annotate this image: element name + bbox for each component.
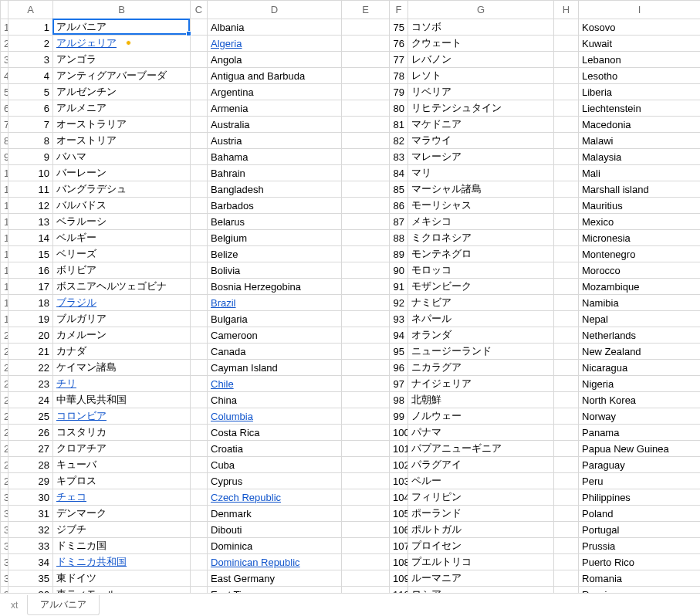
cell[interactable]: 11	[8, 181, 53, 198]
cell[interactable]	[554, 538, 579, 554]
cell[interactable]: 101	[390, 441, 408, 457]
cell[interactable]: ニュージーランド	[408, 344, 554, 360]
cell[interactable]: 20	[8, 327, 53, 344]
cell[interactable]: Cameroon	[208, 327, 342, 344]
cell[interactable]: 9	[8, 149, 53, 165]
cell[interactable]	[191, 214, 208, 230]
cell[interactable]: 79	[390, 84, 408, 100]
cell[interactable]: Nepal	[579, 311, 701, 327]
col-header-I[interactable]: I	[579, 1, 701, 19]
cell[interactable]	[191, 181, 208, 198]
cell[interactable]: ベラルーシ	[53, 214, 191, 230]
cell[interactable]: アルバニア	[53, 19, 191, 36]
cell[interactable]	[342, 181, 390, 198]
cell[interactable]: チリ	[53, 376, 191, 392]
row-header[interactable]: 5	[1, 84, 8, 100]
cell[interactable]: 7	[8, 117, 53, 133]
cell[interactable]: チェコ	[53, 489, 191, 506]
cell[interactable]: Cuba	[208, 457, 342, 473]
cell[interactable]: オランダ	[408, 327, 554, 344]
cell[interactable]	[191, 457, 208, 473]
col-header-E[interactable]: E	[342, 1, 390, 19]
cell[interactable]	[342, 360, 390, 376]
cell[interactable]: Cyprus	[208, 473, 342, 489]
cell[interactable]	[554, 522, 579, 538]
cell[interactable]: 21	[8, 344, 53, 360]
cell[interactable]: オーストリア	[53, 133, 191, 149]
cell[interactable]: Micronesia	[579, 230, 701, 246]
cell[interactable]	[342, 570, 390, 587]
cell[interactable]	[554, 327, 579, 344]
cell[interactable]: Cayman Island	[208, 360, 342, 376]
cell[interactable]	[554, 344, 579, 360]
cell[interactable]	[554, 181, 579, 198]
cell[interactable]	[342, 100, 390, 117]
cell[interactable]: パラグアイ	[408, 457, 554, 473]
row-header[interactable]: 1	[1, 19, 8, 36]
row-header[interactable]: 23	[1, 376, 8, 392]
cell[interactable]: Chile	[208, 376, 342, 392]
row-header[interactable]: 32	[1, 522, 8, 538]
cell[interactable]: 33	[8, 538, 53, 554]
cell[interactable]: Romania	[579, 570, 701, 587]
cell[interactable]: Morocco	[579, 262, 701, 279]
cell[interactable]: リヒテンシュタイン	[408, 100, 554, 117]
cell[interactable]: モーリシャス	[408, 198, 554, 214]
cell[interactable]	[342, 19, 390, 36]
row-header[interactable]: 18	[1, 295, 8, 311]
cell[interactable]: Kosovo	[579, 19, 701, 36]
cell[interactable]: コロンビア	[53, 408, 191, 425]
cell[interactable]: ポーランド	[408, 506, 554, 522]
cell[interactable]: ノルウェー	[408, 408, 554, 425]
col-header-F[interactable]: F	[390, 1, 408, 19]
cell[interactable]: Mauritius	[579, 198, 701, 214]
cell[interactable]: ポルトガル	[408, 522, 554, 538]
cell[interactable]	[554, 425, 579, 441]
cell[interactable]: 89	[390, 246, 408, 262]
cell[interactable]: Austria	[208, 133, 342, 149]
hyperlink[interactable]: コロンビア	[56, 410, 107, 421]
cell[interactable]	[191, 570, 208, 587]
cell[interactable]: ブラジル	[53, 295, 191, 311]
hyperlink[interactable]: Brazil	[211, 297, 236, 309]
cell[interactable]: ナミビア	[408, 295, 554, 311]
cell[interactable]: 5	[8, 84, 53, 100]
cell[interactable]: 76	[390, 36, 408, 52]
cell[interactable]	[191, 246, 208, 262]
cell[interactable]	[191, 295, 208, 311]
cell[interactable]: 87	[390, 214, 408, 230]
cell[interactable]	[342, 230, 390, 246]
cell[interactable]: Algeria	[208, 36, 342, 52]
cell[interactable]: Czech Republic	[208, 489, 342, 506]
row-header[interactable]: 22	[1, 360, 8, 376]
cell[interactable]	[554, 214, 579, 230]
cell[interactable]	[554, 198, 579, 214]
cell[interactable]: レソト	[408, 68, 554, 84]
cell[interactable]: モザンビーク	[408, 279, 554, 295]
cell[interactable]: Poland	[579, 506, 701, 522]
cell[interactable]	[191, 84, 208, 100]
cell[interactable]	[342, 149, 390, 165]
cell[interactable]	[342, 36, 390, 52]
cell[interactable]	[554, 473, 579, 489]
cell[interactable]: Marshall island	[579, 181, 701, 198]
cell[interactable]: 26	[8, 425, 53, 441]
cell[interactable]	[342, 441, 390, 457]
row-header[interactable]: 2	[1, 36, 8, 52]
cell[interactable]	[554, 246, 579, 262]
cell[interactable]: 92	[390, 295, 408, 311]
cell[interactable]: Bulgaria	[208, 311, 342, 327]
row-header[interactable]: 27	[1, 441, 8, 457]
cell[interactable]: モンテネグロ	[408, 246, 554, 262]
cell[interactable]: プロイセン	[408, 538, 554, 554]
cell[interactable]: 75	[390, 19, 408, 36]
cell[interactable]: ジブチ	[53, 522, 191, 538]
cell[interactable]	[342, 408, 390, 425]
cell[interactable]: Mexico	[579, 214, 701, 230]
cell[interactable]: 83	[390, 149, 408, 165]
cell[interactable]: アンゴラ	[53, 52, 191, 68]
cell[interactable]: アルゼンチン	[53, 84, 191, 100]
cell[interactable]	[191, 311, 208, 327]
cell[interactable]	[554, 408, 579, 425]
cell[interactable]: Montenegro	[579, 246, 701, 262]
